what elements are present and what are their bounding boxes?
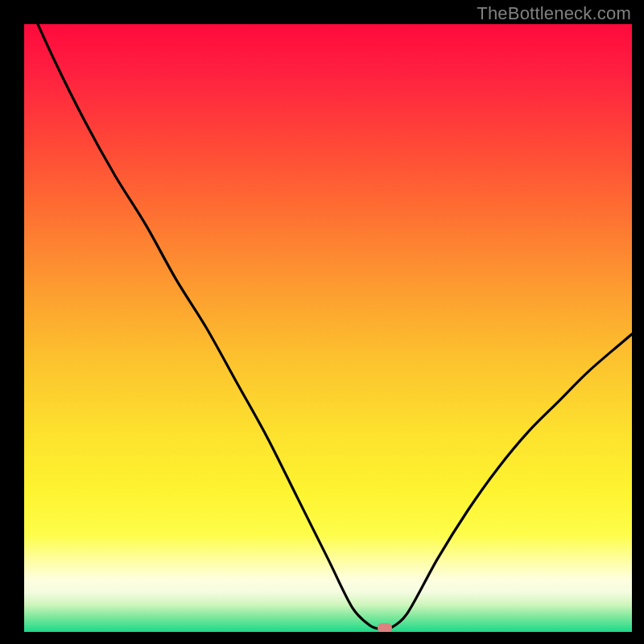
bottleneck-marker: [378, 623, 392, 632]
bottleneck-curve: [24, 24, 632, 632]
watermark-text: TheBottleneck.com: [477, 3, 631, 24]
plot-area: [24, 24, 632, 632]
